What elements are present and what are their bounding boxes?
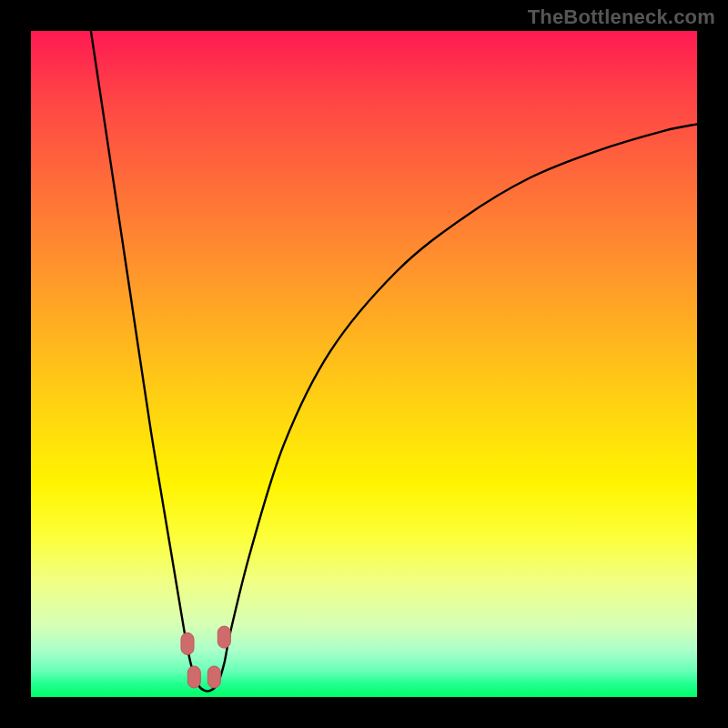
curve-marker [217, 626, 230, 648]
frame-left [0, 0, 31, 728]
frame-bottom [0, 697, 728, 728]
curve-marker [187, 666, 200, 688]
watermark-text: TheBottleneck.com [528, 5, 715, 29]
curve-marker [181, 632, 194, 654]
curve-marker [207, 666, 220, 688]
chart-plot-area [31, 31, 697, 697]
bottleneck-curve [31, 31, 697, 697]
frame-right [697, 0, 728, 728]
